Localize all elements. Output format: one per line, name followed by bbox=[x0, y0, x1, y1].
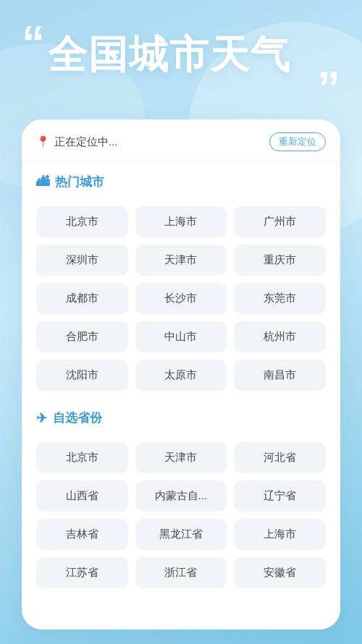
city-button[interactable]: 北京市 bbox=[36, 206, 128, 237]
city-button[interactable]: 成都市 bbox=[36, 283, 128, 314]
province-button[interactable]: 辽宁省 bbox=[234, 480, 326, 512]
city-button[interactable]: 沈阳市 bbox=[36, 360, 128, 391]
city-button[interactable]: 长沙市 bbox=[135, 283, 227, 314]
province-button[interactable]: 山西省 bbox=[36, 480, 128, 512]
province-button[interactable]: 天津市 bbox=[135, 442, 227, 473]
city-button[interactable]: 东莞市 bbox=[234, 283, 326, 314]
location-pin-icon: 📍 bbox=[36, 135, 50, 148]
main-card: 📍 正在定位中... 重新定位 🏙 热门城市 北京市上海市广州市深圳市天津市重庆… bbox=[22, 119, 340, 630]
quote-open-icon: “ bbox=[22, 29, 45, 56]
scroll-area[interactable]: 🏙 热门城市 北京市上海市广州市深圳市天津市重庆市成都市长沙市东莞市合肥市中山市… bbox=[22, 162, 340, 629]
hot-cities-grid: 北京市上海市广州市深圳市天津市重庆市成都市长沙市东莞市合肥市中山市杭州市沈阳市太… bbox=[22, 206, 340, 391]
hot-cities-label: 热门城市 bbox=[55, 174, 104, 190]
hot-cities-title: 🏙 热门城市 bbox=[36, 174, 326, 190]
city-button[interactable]: 广州市 bbox=[234, 206, 326, 237]
relocate-button[interactable]: 重新定位 bbox=[269, 132, 326, 151]
city-button[interactable]: 合肥市 bbox=[36, 321, 128, 352]
province-button[interactable]: 上海市 bbox=[234, 519, 326, 550]
city-button[interactable]: 天津市 bbox=[135, 245, 227, 276]
city-button[interactable]: 中山市 bbox=[135, 321, 227, 352]
province-button[interactable]: 浙江省 bbox=[135, 557, 227, 588]
section-divider bbox=[22, 391, 340, 398]
city-button[interactable]: 上海市 bbox=[135, 206, 227, 237]
city-button[interactable]: 深圳市 bbox=[36, 245, 128, 276]
location-bar: 📍 正在定位中... 重新定位 bbox=[22, 119, 340, 162]
provinces-section: ✈ 自选省份 bbox=[22, 398, 340, 442]
location-status-text: 正在定位中... bbox=[54, 135, 118, 149]
city-button[interactable]: 南昌市 bbox=[234, 360, 326, 391]
location-info: 📍 正在定位中... bbox=[36, 135, 118, 149]
quote-close-icon: ” bbox=[317, 75, 340, 102]
header-section: “全国城市天气 ” bbox=[0, 0, 362, 129]
province-button[interactable]: 江苏省 bbox=[36, 557, 128, 588]
provinces-grid: 北京市天津市河北省山西省内蒙古自...辽宁省吉林省黑龙江省上海市江苏省浙江省安徽… bbox=[22, 442, 340, 588]
provinces-title: ✈ 自选省份 bbox=[36, 410, 326, 426]
provinces-label: 自选省份 bbox=[53, 410, 102, 426]
city-button[interactable]: 杭州市 bbox=[234, 321, 326, 352]
province-button[interactable]: 安徽省 bbox=[234, 557, 326, 588]
city-button[interactable]: 太原市 bbox=[135, 360, 227, 391]
province-button[interactable]: 吉林省 bbox=[36, 519, 128, 550]
province-button[interactable]: 黑龙江省 bbox=[135, 519, 227, 550]
province-button[interactable]: 河北省 bbox=[234, 442, 326, 473]
plane-icon: ✈ bbox=[36, 410, 47, 426]
city-button[interactable]: 重庆市 bbox=[234, 245, 326, 276]
province-button[interactable]: 内蒙古自... bbox=[135, 480, 227, 512]
page-title: 全国城市天气 bbox=[48, 33, 291, 76]
hot-cities-section: 🏙 热门城市 bbox=[22, 162, 340, 206]
province-button[interactable]: 北京市 bbox=[36, 442, 128, 473]
building-icon: 🏙 bbox=[36, 174, 49, 190]
